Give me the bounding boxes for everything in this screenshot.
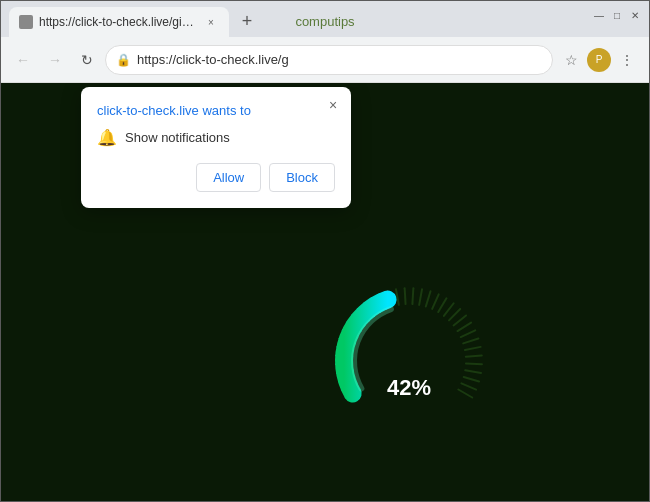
svg-line-24: [449, 309, 460, 320]
svg-line-21: [432, 294, 439, 309]
popup-request-text: Show notifications: [125, 130, 230, 145]
address-bar: ← → ↻ 🔒 https://click-to-check.live/g ☆ …: [1, 37, 649, 83]
minimize-button[interactable]: —: [593, 9, 605, 21]
progress-container: 42%: [329, 261, 489, 421]
browser-tab[interactable]: https://click-to-check.live/gif-lp/ ×: [9, 7, 229, 37]
svg-line-30: [466, 356, 482, 357]
forward-icon: →: [48, 52, 62, 68]
lock-icon: 🔒: [116, 53, 131, 67]
profile-button[interactable]: P: [587, 48, 611, 72]
popup-buttons: Allow Block: [97, 163, 335, 192]
new-tab-button[interactable]: +: [233, 7, 261, 35]
browser-brand: computips: [295, 14, 354, 29]
svg-line-22: [438, 298, 446, 312]
refresh-icon: ↻: [81, 52, 93, 68]
tab-title: https://click-to-check.live/gif-lp/: [39, 15, 197, 29]
svg-line-27: [461, 330, 476, 337]
tab-close-button[interactable]: ×: [203, 14, 219, 30]
allow-button[interactable]: Allow: [196, 163, 261, 192]
svg-line-35: [458, 390, 472, 398]
profile-icon: P: [596, 54, 603, 65]
window-controls: — □ ✕: [593, 9, 641, 21]
progress-label: 42%: [387, 375, 431, 401]
back-icon: ←: [16, 52, 30, 68]
svg-line-17: [405, 288, 406, 304]
svg-line-19: [419, 289, 422, 305]
address-bar-actions: ☆ P ⋮: [557, 46, 641, 74]
svg-line-18: [412, 288, 413, 304]
svg-line-32: [465, 370, 481, 373]
tab-bar: https://click-to-check.live/gif-lp/ × + …: [1, 1, 649, 37]
address-text: https://click-to-check.live/g: [137, 52, 542, 67]
close-button[interactable]: ✕: [629, 9, 641, 21]
svg-line-26: [457, 323, 471, 331]
svg-line-34: [461, 383, 476, 389]
maximize-button[interactable]: □: [611, 9, 623, 21]
address-input-wrap[interactable]: 🔒 https://click-to-check.live/g: [105, 45, 553, 75]
notification-popup: × click-to-check.live wants to 🔔 Show no…: [81, 87, 351, 208]
back-button[interactable]: ←: [9, 46, 37, 74]
svg-line-33: [464, 377, 479, 381]
forward-button[interactable]: →: [41, 46, 69, 74]
browser-window: https://click-to-check.live/gif-lp/ × + …: [0, 0, 650, 502]
popup-close-button[interactable]: ×: [323, 95, 343, 115]
page-content: × click-to-check.live wants to 🔔 Show no…: [1, 83, 649, 501]
svg-line-29: [465, 347, 481, 350]
popup-request-row: 🔔 Show notifications: [97, 128, 335, 147]
menu-button[interactable]: ⋮: [613, 46, 641, 74]
bell-icon: 🔔: [97, 128, 117, 147]
svg-line-31: [466, 364, 482, 365]
star-button[interactable]: ☆: [557, 46, 585, 74]
tab-favicon: [19, 15, 33, 29]
star-icon: ☆: [565, 52, 578, 68]
svg-line-23: [444, 303, 454, 316]
svg-line-16: [396, 289, 399, 305]
popup-site-text: click-to-check.live wants to: [97, 103, 335, 118]
svg-line-20: [426, 291, 431, 306]
refresh-button[interactable]: ↻: [73, 46, 101, 74]
menu-icon: ⋮: [620, 52, 634, 68]
block-button[interactable]: Block: [269, 163, 335, 192]
svg-line-25: [454, 315, 467, 325]
svg-line-28: [463, 338, 478, 343]
